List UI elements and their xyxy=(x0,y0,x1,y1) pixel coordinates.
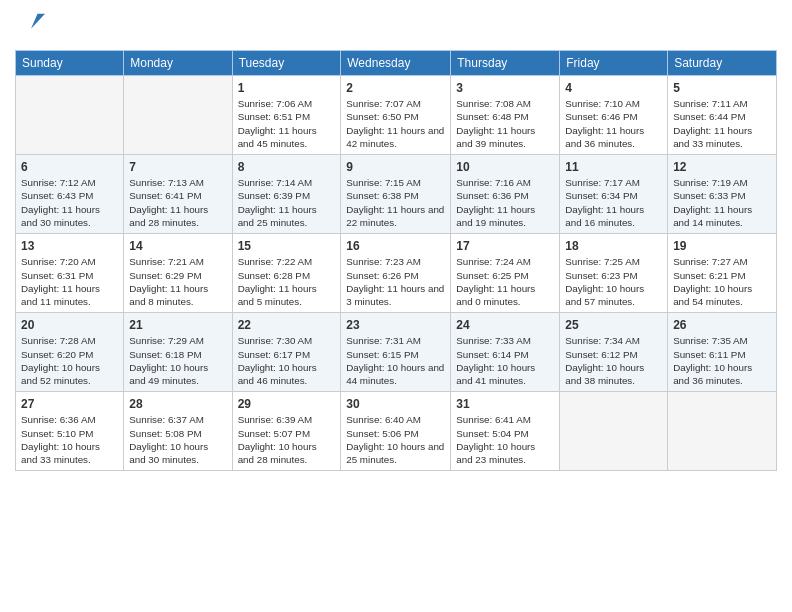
day-info: Sunrise: 7:08 AMSunset: 6:48 PMDaylight:… xyxy=(456,97,554,150)
day-info: Sunrise: 7:19 AMSunset: 6:33 PMDaylight:… xyxy=(673,176,771,229)
day-number: 3 xyxy=(456,80,554,96)
day-number: 18 xyxy=(565,238,662,254)
header xyxy=(15,10,777,42)
day-info: Sunrise: 7:15 AMSunset: 6:38 PMDaylight:… xyxy=(346,176,445,229)
day-number: 1 xyxy=(238,80,336,96)
week-row-4: 20Sunrise: 7:28 AMSunset: 6:20 PMDayligh… xyxy=(16,313,777,392)
week-row-5: 27Sunrise: 6:36 AMSunset: 5:10 PMDayligh… xyxy=(16,392,777,471)
day-number: 13 xyxy=(21,238,118,254)
day-info: Sunrise: 6:40 AMSunset: 5:06 PMDaylight:… xyxy=(346,413,445,466)
day-info: Sunrise: 7:30 AMSunset: 6:17 PMDaylight:… xyxy=(238,334,336,387)
day-info: Sunrise: 7:12 AMSunset: 6:43 PMDaylight:… xyxy=(21,176,118,229)
day-cell: 24Sunrise: 7:33 AMSunset: 6:14 PMDayligh… xyxy=(451,313,560,392)
day-number: 23 xyxy=(346,317,445,333)
day-number: 4 xyxy=(565,80,662,96)
weekday-saturday: Saturday xyxy=(668,51,777,76)
day-number: 9 xyxy=(346,159,445,175)
svg-marker-0 xyxy=(31,14,45,29)
day-info: Sunrise: 7:31 AMSunset: 6:15 PMDaylight:… xyxy=(346,334,445,387)
day-cell: 25Sunrise: 7:34 AMSunset: 6:12 PMDayligh… xyxy=(560,313,668,392)
week-row-2: 6Sunrise: 7:12 AMSunset: 6:43 PMDaylight… xyxy=(16,155,777,234)
day-number: 7 xyxy=(129,159,226,175)
day-cell: 4Sunrise: 7:10 AMSunset: 6:46 PMDaylight… xyxy=(560,76,668,155)
day-info: Sunrise: 7:23 AMSunset: 6:26 PMDaylight:… xyxy=(346,255,445,308)
week-row-3: 13Sunrise: 7:20 AMSunset: 6:31 PMDayligh… xyxy=(16,234,777,313)
day-cell: 9Sunrise: 7:15 AMSunset: 6:38 PMDaylight… xyxy=(341,155,451,234)
weekday-tuesday: Tuesday xyxy=(232,51,341,76)
weekday-thursday: Thursday xyxy=(451,51,560,76)
day-cell: 22Sunrise: 7:30 AMSunset: 6:17 PMDayligh… xyxy=(232,313,341,392)
day-info: Sunrise: 7:11 AMSunset: 6:44 PMDaylight:… xyxy=(673,97,771,150)
day-info: Sunrise: 6:36 AMSunset: 5:10 PMDaylight:… xyxy=(21,413,118,466)
day-number: 11 xyxy=(565,159,662,175)
day-info: Sunrise: 7:20 AMSunset: 6:31 PMDaylight:… xyxy=(21,255,118,308)
day-cell: 8Sunrise: 7:14 AMSunset: 6:39 PMDaylight… xyxy=(232,155,341,234)
day-cell: 30Sunrise: 6:40 AMSunset: 5:06 PMDayligh… xyxy=(341,392,451,471)
day-info: Sunrise: 7:25 AMSunset: 6:23 PMDaylight:… xyxy=(565,255,662,308)
day-cell: 23Sunrise: 7:31 AMSunset: 6:15 PMDayligh… xyxy=(341,313,451,392)
weekday-sunday: Sunday xyxy=(16,51,124,76)
day-cell: 20Sunrise: 7:28 AMSunset: 6:20 PMDayligh… xyxy=(16,313,124,392)
day-info: Sunrise: 7:07 AMSunset: 6:50 PMDaylight:… xyxy=(346,97,445,150)
day-number: 8 xyxy=(238,159,336,175)
day-number: 31 xyxy=(456,396,554,412)
weekday-monday: Monday xyxy=(124,51,232,76)
calendar-table: SundayMondayTuesdayWednesdayThursdayFrid… xyxy=(15,50,777,471)
day-cell: 1Sunrise: 7:06 AMSunset: 6:51 PMDaylight… xyxy=(232,76,341,155)
weekday-wednesday: Wednesday xyxy=(341,51,451,76)
day-info: Sunrise: 7:17 AMSunset: 6:34 PMDaylight:… xyxy=(565,176,662,229)
day-cell: 3Sunrise: 7:08 AMSunset: 6:48 PMDaylight… xyxy=(451,76,560,155)
page: SundayMondayTuesdayWednesdayThursdayFrid… xyxy=(0,0,792,481)
day-info: Sunrise: 7:24 AMSunset: 6:25 PMDaylight:… xyxy=(456,255,554,308)
day-number: 24 xyxy=(456,317,554,333)
day-cell: 27Sunrise: 6:36 AMSunset: 5:10 PMDayligh… xyxy=(16,392,124,471)
day-cell: 31Sunrise: 6:41 AMSunset: 5:04 PMDayligh… xyxy=(451,392,560,471)
day-cell: 12Sunrise: 7:19 AMSunset: 6:33 PMDayligh… xyxy=(668,155,777,234)
day-number: 2 xyxy=(346,80,445,96)
day-info: Sunrise: 7:22 AMSunset: 6:28 PMDaylight:… xyxy=(238,255,336,308)
day-number: 29 xyxy=(238,396,336,412)
week-row-1: 1Sunrise: 7:06 AMSunset: 6:51 PMDaylight… xyxy=(16,76,777,155)
day-cell: 29Sunrise: 6:39 AMSunset: 5:07 PMDayligh… xyxy=(232,392,341,471)
day-cell xyxy=(124,76,232,155)
day-cell: 26Sunrise: 7:35 AMSunset: 6:11 PMDayligh… xyxy=(668,313,777,392)
day-number: 20 xyxy=(21,317,118,333)
day-number: 19 xyxy=(673,238,771,254)
day-cell: 7Sunrise: 7:13 AMSunset: 6:41 PMDaylight… xyxy=(124,155,232,234)
day-info: Sunrise: 6:39 AMSunset: 5:07 PMDaylight:… xyxy=(238,413,336,466)
day-number: 21 xyxy=(129,317,226,333)
day-cell: 2Sunrise: 7:07 AMSunset: 6:50 PMDaylight… xyxy=(341,76,451,155)
day-cell: 15Sunrise: 7:22 AMSunset: 6:28 PMDayligh… xyxy=(232,234,341,313)
weekday-header-row: SundayMondayTuesdayWednesdayThursdayFrid… xyxy=(16,51,777,76)
day-cell: 28Sunrise: 6:37 AMSunset: 5:08 PMDayligh… xyxy=(124,392,232,471)
day-info: Sunrise: 7:28 AMSunset: 6:20 PMDaylight:… xyxy=(21,334,118,387)
day-info: Sunrise: 7:35 AMSunset: 6:11 PMDaylight:… xyxy=(673,334,771,387)
day-number: 25 xyxy=(565,317,662,333)
day-info: Sunrise: 6:41 AMSunset: 5:04 PMDaylight:… xyxy=(456,413,554,466)
day-info: Sunrise: 7:33 AMSunset: 6:14 PMDaylight:… xyxy=(456,334,554,387)
day-number: 17 xyxy=(456,238,554,254)
day-cell: 11Sunrise: 7:17 AMSunset: 6:34 PMDayligh… xyxy=(560,155,668,234)
day-info: Sunrise: 7:13 AMSunset: 6:41 PMDaylight:… xyxy=(129,176,226,229)
day-info: Sunrise: 7:29 AMSunset: 6:18 PMDaylight:… xyxy=(129,334,226,387)
day-number: 26 xyxy=(673,317,771,333)
day-number: 14 xyxy=(129,238,226,254)
day-number: 28 xyxy=(129,396,226,412)
day-number: 6 xyxy=(21,159,118,175)
day-info: Sunrise: 6:37 AMSunset: 5:08 PMDaylight:… xyxy=(129,413,226,466)
day-cell: 14Sunrise: 7:21 AMSunset: 6:29 PMDayligh… xyxy=(124,234,232,313)
day-number: 27 xyxy=(21,396,118,412)
day-cell: 13Sunrise: 7:20 AMSunset: 6:31 PMDayligh… xyxy=(16,234,124,313)
day-info: Sunrise: 7:16 AMSunset: 6:36 PMDaylight:… xyxy=(456,176,554,229)
day-cell: 18Sunrise: 7:25 AMSunset: 6:23 PMDayligh… xyxy=(560,234,668,313)
day-info: Sunrise: 7:10 AMSunset: 6:46 PMDaylight:… xyxy=(565,97,662,150)
logo-icon xyxy=(17,10,45,38)
day-info: Sunrise: 7:14 AMSunset: 6:39 PMDaylight:… xyxy=(238,176,336,229)
day-info: Sunrise: 7:27 AMSunset: 6:21 PMDaylight:… xyxy=(673,255,771,308)
day-info: Sunrise: 7:34 AMSunset: 6:12 PMDaylight:… xyxy=(565,334,662,387)
day-cell xyxy=(560,392,668,471)
day-number: 15 xyxy=(238,238,336,254)
day-cell: 10Sunrise: 7:16 AMSunset: 6:36 PMDayligh… xyxy=(451,155,560,234)
day-number: 10 xyxy=(456,159,554,175)
day-cell xyxy=(16,76,124,155)
